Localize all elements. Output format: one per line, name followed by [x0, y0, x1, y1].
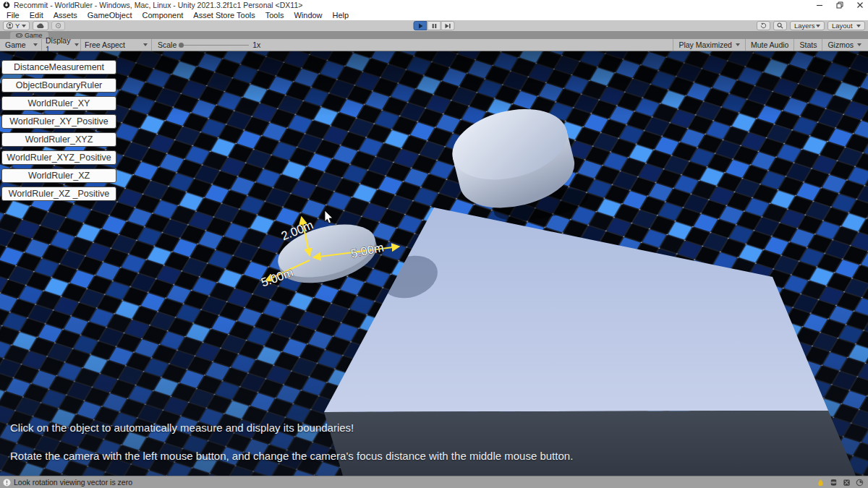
button-worldruler-xy[interactable]: WorldRuler_XY — [1, 96, 116, 111]
main-toolbar: Y — [0, 20, 868, 32]
import-activity-icon[interactable] — [843, 479, 851, 487]
button-worldruler-xz-positive[interactable]: WorldRuler_XZ _Positive — [1, 187, 116, 201]
play-icon — [417, 23, 423, 29]
search-button[interactable] — [773, 21, 787, 30]
horizon-fog — [0, 51, 868, 116]
services-button[interactable] — [51, 21, 65, 30]
play-maximized-dropdown[interactable]: Play Maximized — [673, 39, 745, 51]
3d-scene: 2.00m 5.00m 5.00m — [0, 51, 868, 476]
scale-control: Scale 1x — [152, 40, 266, 49]
search-icon — [777, 22, 783, 29]
play-button[interactable] — [414, 21, 427, 30]
aspect-dropdown[interactable]: Free Aspect — [81, 39, 152, 51]
chevron-down-icon — [736, 43, 740, 46]
menu-file[interactable]: File — [1, 11, 25, 20]
chevron-down-icon — [856, 25, 861, 27]
chevron-down-icon — [857, 43, 861, 46]
game-mode-label: Game — [5, 40, 26, 49]
game-view-icon — [16, 33, 22, 38]
menu-component[interactable]: Component — [137, 11, 188, 20]
button-object-boundary-ruler[interactable]: ObjectBoundaryRuler — [1, 78, 116, 93]
layers-dropdown[interactable]: Layers — [790, 21, 825, 30]
menu-edit[interactable]: Edit — [25, 11, 48, 20]
account-icon — [7, 22, 13, 29]
pause-icon — [431, 23, 437, 29]
menu-help[interactable]: Help — [328, 11, 354, 20]
status-message[interactable]: Look rotation viewing vector is zero — [14, 478, 132, 487]
layers-label: Layers — [794, 22, 815, 30]
chevron-down-icon — [816, 25, 820, 27]
menu-gameobject[interactable]: GameObject — [82, 11, 137, 20]
aspect-label: Free Aspect — [85, 40, 125, 49]
gizmos-dropdown[interactable]: Gizmos — [822, 39, 867, 51]
scale-label: Scale — [158, 40, 176, 49]
gear-icon — [55, 22, 61, 29]
instruction-line-1: Click on the object to automatically mea… — [10, 421, 354, 434]
status-bar: Look rotation viewing vector is zero — [0, 476, 868, 488]
account-dropdown[interactable]: Y — [3, 21, 30, 30]
step-icon — [445, 23, 451, 29]
menu-assets[interactable]: Assets — [48, 11, 82, 20]
chevron-down-icon — [143, 43, 148, 46]
menu-tools[interactable]: Tools — [260, 11, 289, 20]
instruction-line-2: Rotate the camera with the left mouse bu… — [10, 450, 573, 462]
layout-dropdown[interactable]: Layout — [827, 21, 865, 30]
restore-button[interactable] — [836, 1, 843, 9]
button-worldruler-xyz-positive[interactable]: WorldRuler_XYZ_Positive — [1, 150, 116, 165]
chevron-down-icon — [75, 43, 79, 46]
play-maximized-label: Play Maximized — [678, 40, 732, 49]
game-viewport[interactable]: 2.00m 5.00m 5.00m DistanceMeasurement Ob… — [0, 51, 868, 476]
scale-slider[interactable] — [180, 45, 249, 46]
window-titlebar: Recommit - WorldRuler - Windows, Mac, Li… — [0, 0, 868, 10]
mute-audio-toggle[interactable]: Mute Audio — [745, 39, 794, 51]
cache-server-icon[interactable] — [830, 479, 838, 487]
undo-history-button[interactable] — [757, 21, 770, 30]
step-button[interactable] — [441, 21, 455, 30]
cloud-button[interactable] — [33, 21, 48, 30]
minimize-button[interactable] — [816, 1, 823, 9]
stats-toggle[interactable]: Stats — [793, 39, 822, 51]
progress-icon[interactable] — [856, 479, 864, 487]
pause-button[interactable] — [427, 21, 441, 30]
button-worldruler-xy-positive[interactable]: WorldRuler_XY_Positive — [1, 114, 116, 129]
display-dropdown[interactable]: Display 1 — [42, 39, 81, 51]
history-icon — [760, 22, 767, 29]
cloud-icon — [36, 23, 45, 29]
gizmos-label: Gizmos — [827, 40, 854, 49]
button-worldruler-xyz[interactable]: WorldRuler_XYZ — [1, 132, 116, 147]
tab-game[interactable]: Game — [10, 32, 48, 39]
button-worldruler-xz[interactable]: WorldRuler_XZ — [1, 168, 116, 183]
stats-label: Stats — [799, 40, 817, 49]
button-distance-measurement[interactable]: DistanceMeasurement — [1, 60, 116, 74]
menu-bar: File Edit Assets GameObject Component As… — [0, 10, 868, 20]
account-label: Y — [15, 22, 20, 30]
tab-game-label: Game — [25, 32, 43, 39]
chevron-down-icon — [33, 43, 38, 46]
window-title: Recommit - WorldRuler - Windows, Mac, Li… — [14, 1, 302, 9]
cube-front-face — [324, 411, 856, 476]
layout-label: Layout — [832, 22, 853, 30]
demo-button-panel: DistanceMeasurement ObjectBoundaryRuler … — [1, 60, 116, 201]
view-tabstrip: Game — [0, 32, 868, 39]
close-button[interactable] — [856, 1, 864, 9]
warning-icon — [3, 479, 11, 487]
game-mode-dropdown[interactable]: Game — [1, 39, 42, 51]
unity-logo-icon — [3, 1, 10, 9]
menu-window[interactable]: Window — [289, 11, 327, 20]
scale-slider-handle[interactable] — [179, 43, 184, 48]
menu-asset-store-tools[interactable]: Asset Store Tools — [188, 11, 260, 20]
mute-audio-label: Mute Audio — [751, 40, 789, 49]
game-view-toolbar: Game Display 1 Free Aspect Scale 1x Play… — [0, 39, 868, 51]
chevron-down-icon — [22, 25, 26, 27]
bake-lighting-icon[interactable] — [817, 479, 825, 487]
transport-controls — [414, 21, 455, 30]
scale-value: 1x — [252, 40, 260, 49]
